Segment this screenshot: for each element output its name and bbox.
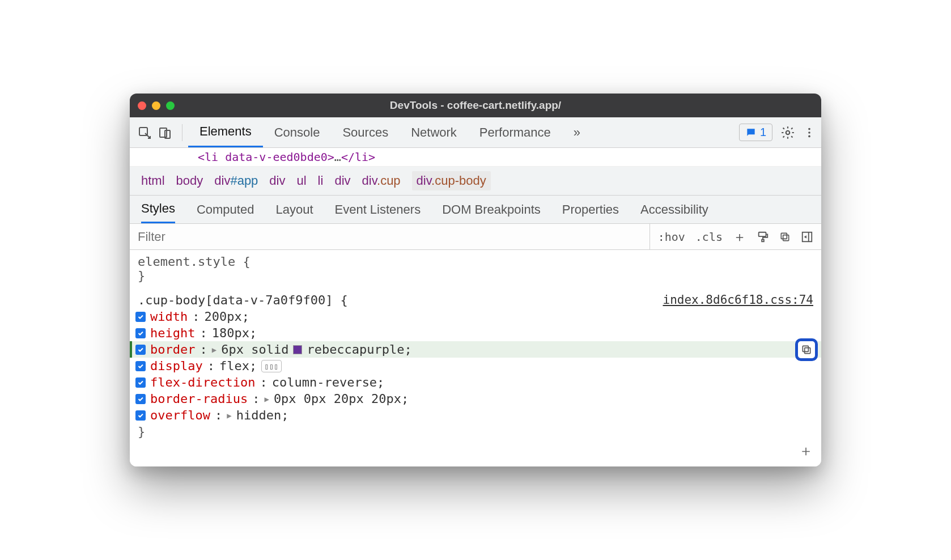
prop-checkbox[interactable]	[135, 312, 146, 322]
close-window-button[interactable]	[138, 101, 146, 110]
more-menu-icon[interactable]	[803, 126, 816, 139]
crumb-li[interactable]: li	[318, 173, 324, 188]
dom-element-text: <li data-v-eed0bde0>	[198, 150, 334, 164]
prop-border-radius[interactable]: border-radius: ▶ 0px 0px 20px 20px;	[130, 391, 821, 407]
maximize-window-button[interactable]	[166, 101, 175, 110]
issues-badge[interactable]: 1	[739, 124, 772, 141]
tab-console[interactable]: Console	[263, 117, 332, 147]
crumb-cup-body[interactable]: div.cup-body	[412, 171, 491, 190]
toolbar-right: 1	[739, 124, 816, 141]
prop-flex-direction[interactable]: flex-direction: column-reverse;	[130, 374, 821, 391]
separator	[182, 124, 182, 141]
hov-toggle[interactable]: :hov	[658, 230, 685, 244]
svg-rect-12	[805, 347, 810, 353]
copy-styles-icon[interactable]	[779, 231, 791, 243]
prop-checkbox[interactable]	[135, 328, 146, 338]
crumb-cup[interactable]: div.cup	[362, 173, 401, 188]
prop-height[interactable]: height: 180px;	[130, 325, 821, 341]
add-declaration-button[interactable]: ＋	[130, 440, 821, 461]
styles-subtabs: Styles Computed Layout Event Listeners D…	[130, 196, 821, 224]
color-swatch[interactable]	[293, 345, 302, 354]
svg-rect-1	[160, 128, 167, 137]
titlebar: DevTools - coffee-cart.netlify.app/	[130, 94, 821, 117]
svg-rect-8	[762, 239, 764, 241]
svg-rect-11	[803, 232, 812, 241]
dom-tree-row[interactable]: <li data-v-eed0bde0>…</li>	[130, 148, 821, 167]
device-toggle-icon[interactable]	[156, 124, 174, 142]
new-style-rule-icon[interactable]: ＋	[733, 228, 746, 246]
styles-filter-input[interactable]	[130, 230, 649, 244]
prop-checkbox[interactable]	[135, 377, 146, 388]
rule-close-row: }	[130, 423, 821, 440]
prop-checkbox[interactable]	[135, 361, 146, 371]
computed-panel-toggle-icon[interactable]	[801, 231, 813, 243]
rule-close: }	[138, 269, 145, 283]
prop-overflow[interactable]: overflow: ▶ hidden;	[130, 407, 821, 423]
crumb-div2[interactable]: div	[334, 173, 350, 188]
minimize-window-button[interactable]	[152, 101, 160, 110]
crumb-ul[interactable]: ul	[296, 173, 306, 188]
tab-more[interactable]: »	[562, 117, 592, 147]
prop-checkbox[interactable]	[135, 394, 146, 404]
prop-checkbox[interactable]	[135, 345, 146, 355]
paint-icon[interactable]	[757, 231, 769, 243]
breadcrumb: html body div#app div ul li div div.cup …	[130, 167, 821, 196]
expand-shorthand-icon[interactable]: ▶	[264, 394, 269, 404]
subtab-dom-breakpoints[interactable]: DOM Breakpoints	[442, 196, 541, 223]
svg-rect-7	[759, 232, 766, 236]
crumb-divapp[interactable]: div#app	[214, 173, 258, 188]
tab-network[interactable]: Network	[400, 117, 468, 147]
crumb-body[interactable]: body	[176, 173, 203, 188]
cup-body-selector: .cup-body[data-v-7a0f9f00] {	[138, 293, 348, 307]
filter-controls: :hov .cls ＋	[649, 224, 821, 249]
styles-pane: element.style { } .cup-body[data-v-7a0f9…	[130, 250, 821, 466]
svg-point-4	[808, 128, 810, 130]
svg-point-3	[786, 130, 790, 134]
svg-point-5	[808, 131, 810, 134]
modified-indicator	[130, 341, 132, 358]
flex-editor-icon[interactable]: ▯▯▯	[261, 360, 281, 372]
subtab-properties[interactable]: Properties	[562, 196, 619, 223]
prop-border[interactable]: border: ▶ 6px solid rebeccapurple;	[130, 341, 821, 358]
tab-sources[interactable]: Sources	[331, 117, 400, 147]
element-style-selector: element.style {	[138, 254, 251, 269]
main-toolbar: Elements Console Sources Network Perform…	[130, 117, 821, 148]
prop-width[interactable]: width: 200px;	[130, 308, 821, 325]
subtab-event-listeners[interactable]: Event Listeners	[335, 196, 421, 223]
svg-rect-9	[783, 235, 789, 240]
subtab-layout[interactable]: Layout	[275, 196, 313, 223]
prop-display[interactable]: display: flex; ▯▯▯	[130, 358, 821, 374]
prop-checkbox[interactable]	[135, 410, 146, 421]
inspect-element-icon[interactable]	[135, 124, 154, 142]
main-tabs: Elements Console Sources Network Perform…	[188, 117, 739, 147]
settings-icon[interactable]	[780, 125, 795, 140]
expand-shorthand-icon[interactable]: ▶	[227, 411, 231, 420]
element-style-rule[interactable]: element.style { }	[130, 253, 821, 284]
crumb-div[interactable]: div	[269, 173, 285, 188]
svg-point-6	[808, 135, 810, 137]
traffic-lights	[138, 101, 175, 110]
expand-shorthand-icon[interactable]: ▶	[212, 345, 216, 354]
svg-rect-13	[803, 346, 808, 351]
devtools-window: DevTools - coffee-cart.netlify.app/ Elem…	[130, 94, 821, 466]
crumb-html[interactable]: html	[141, 173, 165, 188]
window-title: DevTools - coffee-cart.netlify.app/	[130, 99, 821, 112]
subtab-accessibility[interactable]: Accessibility	[640, 196, 708, 223]
tab-elements[interactable]: Elements	[188, 117, 263, 147]
cls-toggle[interactable]: .cls	[695, 230, 723, 244]
subtab-computed[interactable]: Computed	[197, 196, 254, 223]
cup-body-rule[interactable]: .cup-body[data-v-7a0f9f00] { index.8d6c6…	[130, 292, 821, 308]
source-link[interactable]: index.8d6c6f18.css:74	[663, 293, 813, 307]
subtab-styles[interactable]: Styles	[141, 196, 175, 223]
svg-rect-10	[781, 233, 787, 239]
styles-filter-bar: :hov .cls ＋	[130, 224, 821, 250]
issues-count: 1	[760, 126, 766, 139]
tab-performance[interactable]: Performance	[468, 117, 562, 147]
